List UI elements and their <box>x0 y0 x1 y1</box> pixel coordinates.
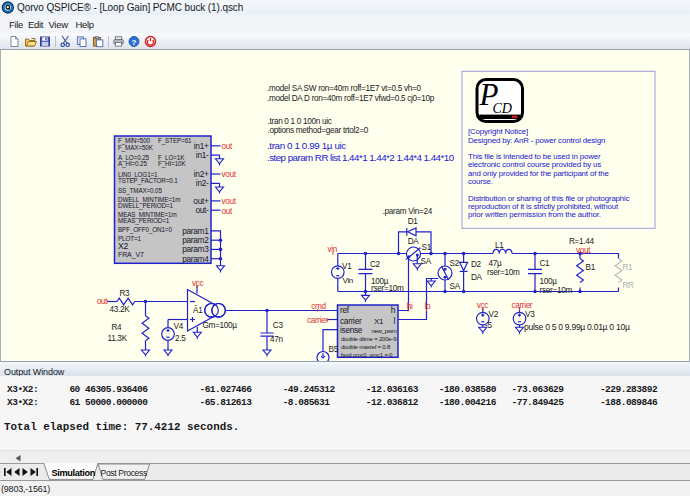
svg-text:in2-: in2- <box>196 178 209 188</box>
svg-text:L1: L1 <box>495 241 504 250</box>
svg-text:l: l <box>394 316 396 326</box>
svg-text:.tran 0 1 0.99 1µ uic: .tran 0 1 0.99 1µ uic <box>267 140 346 151</box>
svg-text:rser=10m: rser=10m <box>371 284 404 293</box>
svg-text:.model DA D ron=40m roff=1E7 v: .model DA D ron=40m roff=1E7 vfwd=0.5 cj… <box>267 94 435 103</box>
svg-text:.param Vin=24: .param Vin=24 <box>383 207 433 216</box>
svg-text:R1: R1 <box>623 263 634 272</box>
svg-text:ref: ref <box>340 305 350 315</box>
svg-text:SA: SA <box>450 282 461 291</box>
svg-text:A_HI=0.25: A_HI=0.25 <box>118 160 147 168</box>
svg-text:R3: R3 <box>120 289 131 298</box>
svg-text:in1-: in1- <box>196 150 209 160</box>
svg-text:-5: -5 <box>485 321 492 330</box>
svg-text:cmd: cmd <box>311 302 326 311</box>
svg-text:C2: C2 <box>370 260 381 269</box>
svg-text:vout: vout <box>222 197 237 206</box>
svg-text:CD: CD <box>493 101 512 116</box>
svg-text:out: out <box>222 207 233 216</box>
svg-text:V1: V1 <box>342 262 352 271</box>
svg-text:RR: RR <box>623 281 635 290</box>
svg-text:prior written permission from: prior written permission from the author… <box>468 210 601 219</box>
svg-text:Post Process: Post Process <box>101 468 147 478</box>
svg-text:SA: SA <box>421 257 432 266</box>
svg-text:43.2K: 43.2K <box>110 305 131 314</box>
svg-text:pulse 0 5 0 9.99µ 0.01µ 0 10µ: pulse 0 5 0 9.99µ 0.01µ 0 10µ <box>524 322 630 332</box>
svg-text:D2: D2 <box>471 260 482 269</box>
svg-text:new_pwm: new_pwm <box>372 328 397 334</box>
svg-text:param4: param4 <box>182 254 209 264</box>
svg-text:h: h <box>391 305 396 315</box>
svg-text:11.3K: 11.3K <box>108 334 128 343</box>
svg-text:C3: C3 <box>273 321 284 330</box>
svg-text:S1: S1 <box>422 243 432 252</box>
svg-text:carrier: carrier <box>307 316 328 325</box>
svg-text:B5: B5 <box>329 345 339 354</box>
svg-text:out: out <box>97 297 108 306</box>
svg-text:vout: vout <box>576 246 591 255</box>
svg-text:R4: R4 <box>112 323 123 332</box>
svg-text:C1: C1 <box>540 259 551 268</box>
svg-text:FRA_V7: FRA_V7 <box>118 251 144 259</box>
svg-text:.tran 0 1 0 100n uic: .tran 0 1 0 100n uic <box>268 117 332 126</box>
svg-text:V2: V2 <box>489 310 499 319</box>
svg-text:D1: D1 <box>408 217 419 226</box>
svg-text:lo: lo <box>425 302 431 311</box>
svg-text:.options method=gear trtol2=0: .options method=gear trtol2=0 <box>268 126 369 135</box>
svg-text:Vin: Vin <box>343 276 354 285</box>
svg-text:double maxref = 0.8: double maxref = 0.8 <box>341 344 391 350</box>
svg-text:X2: X2 <box>118 241 129 251</box>
svg-text:Ã1: Ã1 <box>193 305 203 315</box>
svg-text:TSTEP_FACTOR=0.1: TSTEP_FACTOR=0.1 <box>118 177 178 185</box>
svg-text:X1: X1 <box>374 317 384 326</box>
svg-text:S2: S2 <box>450 259 460 268</box>
svg-text:bool cmc0_vmc1 = 0: bool cmc0_vmc1 = 0 <box>341 352 393 358</box>
svg-text:F_STEP=61: F_STEP=61 <box>158 137 192 145</box>
svg-text:DA: DA <box>471 273 483 282</box>
svg-text:BPF_OFF0_ON1=0: BPF_OFF0_ON1=0 <box>118 226 172 234</box>
svg-text:Simulation: Simulation <box>52 468 96 478</box>
svg-text:[Copyright Notice]: [Copyright Notice] <box>468 127 528 136</box>
svg-text:F_HI=10K: F_HI=10K <box>158 160 186 168</box>
svg-text:47µ: 47µ <box>489 259 503 268</box>
svg-text:.step param RR list 1.44*1 1.4: .step param RR list 1.44*1 1.44*2 1.44*4… <box>267 152 455 163</box>
svg-text:isense: isense <box>340 325 363 335</box>
svg-text:rser=10m: rser=10m <box>487 268 520 277</box>
svg-text:rser=10m: rser=10m <box>540 286 573 295</box>
svg-text:100µ: 100µ <box>540 277 558 286</box>
svg-text:F_MAX=50K: F_MAX=50K <box>118 144 154 152</box>
svg-text:.model SA SW ron=40m roff=1E7: .model SA SW ron=40m roff=1E7 vt=0.5 vh=… <box>267 84 421 93</box>
svg-text:DA: DA <box>408 237 420 246</box>
svg-text:?: ? <box>132 38 137 47</box>
svg-text:B1: B1 <box>586 263 596 272</box>
svg-text:MEAS_PERIOD=1: MEAS_PERIOD=1 <box>118 217 170 225</box>
svg-text:SS_TMAX=0.05: SS_TMAX=0.05 <box>118 187 163 195</box>
svg-text:V3: V3 <box>525 310 535 319</box>
svg-text:V4: V4 <box>174 322 184 331</box>
svg-text:out-: out- <box>195 205 209 215</box>
svg-text:Designed by: AnR - power contr: Designed by: AnR - power control design <box>468 136 605 145</box>
svg-text:47n: 47n <box>270 335 284 344</box>
svg-text:out: out <box>222 142 233 151</box>
svg-text:DWELL_PERIOD=1: DWELL_PERIOD=1 <box>118 202 173 210</box>
svg-text:vcc: vcc <box>192 279 203 288</box>
svg-text:course.: course. <box>468 177 493 186</box>
svg-text:2.5: 2.5 <box>175 334 186 343</box>
svg-text:Gm=100µ: Gm=100µ <box>203 321 238 330</box>
svg-text:vout: vout <box>222 170 237 179</box>
svg-text:double dtime = 200e-9: double dtime = 200e-9 <box>341 336 397 342</box>
svg-text:carrier: carrier <box>512 301 533 310</box>
